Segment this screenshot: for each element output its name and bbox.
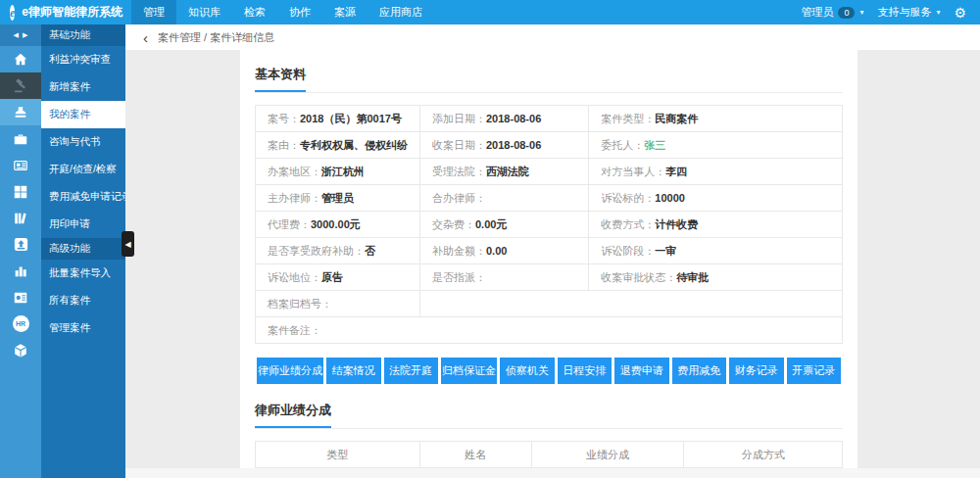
breadcrumb: ‹ 案件管理 / 案件详细信息 bbox=[125, 24, 980, 50]
rail-item-home[interactable] bbox=[0, 46, 41, 72]
rail-item-upload[interactable] bbox=[0, 231, 41, 258]
rail-item-hr[interactable]: HR bbox=[0, 311, 41, 337]
sidebar-collapse-tab[interactable]: ◀ bbox=[122, 231, 134, 257]
briefcase-icon bbox=[13, 131, 28, 147]
support-menu[interactable]: 支持与服务 ▾ bbox=[877, 5, 940, 20]
collapse-arrow-icon: ◀ bbox=[124, 240, 130, 249]
home-icon bbox=[13, 52, 28, 68]
subsidy-amount-value: 0.00 bbox=[486, 245, 507, 257]
rail-item-apps-grid[interactable] bbox=[0, 178, 41, 205]
performance-section-header: 律师业绩分成 bbox=[255, 388, 843, 429]
sidebar-item-seal-application[interactable]: 用印申请 bbox=[41, 211, 125, 238]
rail-collapse-arrows[interactable]: ◀ ▶ bbox=[0, 24, 41, 46]
table-row: 案由：专利权权属、侵权纠纷 收案日期：2018-08-06 委托人：张三 bbox=[256, 132, 843, 159]
assigned-label: 是否指派： bbox=[432, 271, 486, 283]
nav-item-app-store[interactable]: 应用商店 bbox=[368, 0, 434, 24]
back-chevron-icon[interactable]: ‹ bbox=[143, 30, 148, 45]
refund-request-button[interactable]: 退费申请 bbox=[614, 358, 669, 384]
perf-header-method: 分成方式 bbox=[684, 442, 843, 468]
performance-title: 律师业绩分成 bbox=[255, 402, 331, 428]
table-row: 主办律师：管理员 合办律师： 诉讼标的：10000 bbox=[256, 185, 843, 212]
case-type-value: 民商案件 bbox=[655, 113, 698, 124]
cause-label: 案由： bbox=[268, 139, 300, 151]
rail-item-package[interactable] bbox=[0, 337, 41, 363]
litigation-amount-value: 10000 bbox=[655, 192, 685, 204]
user-menu[interactable]: 管理员 0 ▾ bbox=[801, 5, 863, 20]
arrow-left-icon: ◀ bbox=[14, 31, 19, 39]
top-navbar: e e律师智能律所系统 管理 知识库 检索 协作 案源 应用商店 管理员 0 ▾… bbox=[0, 0, 980, 24]
sidebar-item-manage-cases[interactable]: 管理案件 bbox=[41, 314, 125, 342]
bar-chart-icon bbox=[13, 263, 28, 279]
court-session-button[interactable]: 法院开庭 bbox=[384, 358, 439, 384]
cause-value: 专利权权属、侵权纠纷 bbox=[300, 139, 408, 151]
case-detail-panel: 基本资料 案号：2018（民）第0017号 添加日期：2018-08-06 案件… bbox=[240, 50, 858, 478]
nav-item-case-source[interactable]: 案源 bbox=[322, 0, 368, 24]
subsidy-flag-value: 否 bbox=[365, 245, 375, 257]
table-row: 诉讼地位：原告 是否指派： 收案审批状态：待审批 bbox=[256, 264, 843, 291]
misc-fee-value: 0.00元 bbox=[475, 218, 507, 230]
case-number-label: 案号： bbox=[268, 113, 300, 124]
sidebar-item-fee-waiver-records[interactable]: 费用减免申请记录 bbox=[41, 183, 125, 211]
menu-section-advanced: 高级功能 bbox=[41, 238, 125, 260]
gavel-icon bbox=[13, 78, 28, 94]
arrow-right-icon: ▶ bbox=[23, 31, 27, 39]
sidebar-item-new-case[interactable]: 新增案件 bbox=[41, 73, 125, 101]
opponent-value: 李四 bbox=[665, 166, 687, 177]
user-name: 管理员 bbox=[801, 5, 833, 20]
approval-status-label: 收案审批状态： bbox=[601, 271, 676, 283]
table-row: 档案归档号： bbox=[256, 291, 843, 317]
sidebar-item-consulting[interactable]: 咨询与代书 bbox=[41, 128, 125, 156]
accept-date-value: 2018-08-06 bbox=[486, 139, 541, 151]
litigation-stage-value: 一审 bbox=[655, 245, 676, 257]
settings-gear-icon[interactable]: ⚙ bbox=[954, 5, 966, 21]
rail-item-library[interactable] bbox=[0, 205, 41, 231]
nav-item-collaborate[interactable]: 协作 bbox=[277, 0, 322, 24]
rail-item-briefcase[interactable] bbox=[0, 125, 41, 152]
app-logo[interactable]: e e律师智能律所系统 bbox=[0, 4, 125, 21]
lawyer-split-button[interactable]: 律师业绩分成 bbox=[257, 358, 323, 384]
sidebar-item-all-cases[interactable]: 所有案件 bbox=[41, 287, 125, 314]
rail-item-presentation[interactable] bbox=[0, 284, 41, 311]
schedule-button[interactable]: 日程安排 bbox=[558, 358, 612, 384]
table-row: 是否享受政府补助：否 补助金额：0.00 诉讼阶段：一审 bbox=[256, 238, 843, 264]
nav-item-search[interactable]: 检索 bbox=[232, 0, 277, 24]
litigation-role-value: 原告 bbox=[321, 271, 343, 283]
hr-badge-icon: HR bbox=[13, 315, 29, 332]
add-date-label: 添加日期： bbox=[432, 113, 486, 124]
sidebar-menu: 基础功能 利益冲突审查 新增案件 我的案件 咨询与代书 开庭/侦查/检察 费用减… bbox=[41, 24, 125, 478]
app-title: e律师智能律所系统 bbox=[22, 4, 122, 21]
presentation-icon bbox=[13, 290, 28, 306]
table-row: 案件备注： bbox=[256, 317, 843, 344]
id-card-icon bbox=[13, 158, 28, 173]
rail-item-stamp[interactable] bbox=[0, 99, 41, 125]
sidebar-item-my-cases[interactable]: 我的案件 bbox=[41, 101, 125, 128]
rail-item-news[interactable] bbox=[0, 152, 41, 178]
grid-icon bbox=[13, 184, 28, 200]
stamp-icon bbox=[13, 105, 28, 120]
archive-deposit-button[interactable]: 归档保证金 bbox=[441, 358, 497, 384]
case-type-label: 案件类型： bbox=[601, 113, 655, 124]
sidebar-item-batch-import[interactable]: 批量案件导入 bbox=[41, 260, 125, 287]
nav-item-knowledge[interactable]: 知识库 bbox=[176, 0, 232, 24]
rail-item-statistics[interactable] bbox=[0, 258, 41, 284]
client-link[interactable]: 张三 bbox=[644, 139, 665, 151]
sidebar-item-conflict-check[interactable]: 利益冲突审查 bbox=[41, 46, 125, 73]
billing-method-value: 计件收费 bbox=[655, 218, 698, 230]
sidebar-item-court-sessions[interactable]: 开庭/侦查/检察 bbox=[41, 156, 125, 183]
basic-info-title: 基本资料 bbox=[255, 66, 306, 92]
region-value: 浙江杭州 bbox=[321, 166, 365, 177]
nav-item-manage[interactable]: 管理 bbox=[131, 0, 176, 24]
approval-status-value: 待审批 bbox=[676, 271, 709, 283]
finance-records-button[interactable]: 财务记录 bbox=[729, 358, 784, 384]
books-icon bbox=[13, 211, 28, 226]
table-header-row: 类型 姓名 业绩分成 分成方式 bbox=[256, 442, 843, 468]
lead-lawyer-value: 管理员 bbox=[321, 192, 354, 204]
perf-header-name: 姓名 bbox=[419, 442, 531, 468]
rail-item-cases[interactable] bbox=[0, 72, 41, 99]
case-closure-button[interactable]: 结案情况 bbox=[326, 358, 381, 384]
fee-waiver-button[interactable]: 费用减免 bbox=[672, 358, 727, 384]
investigation-agency-button[interactable]: 侦察机关 bbox=[500, 358, 555, 384]
client-label: 委托人： bbox=[601, 139, 644, 151]
invoice-records-button[interactable]: 开票记录 bbox=[787, 358, 842, 384]
accept-date-label: 收案日期： bbox=[432, 139, 486, 151]
